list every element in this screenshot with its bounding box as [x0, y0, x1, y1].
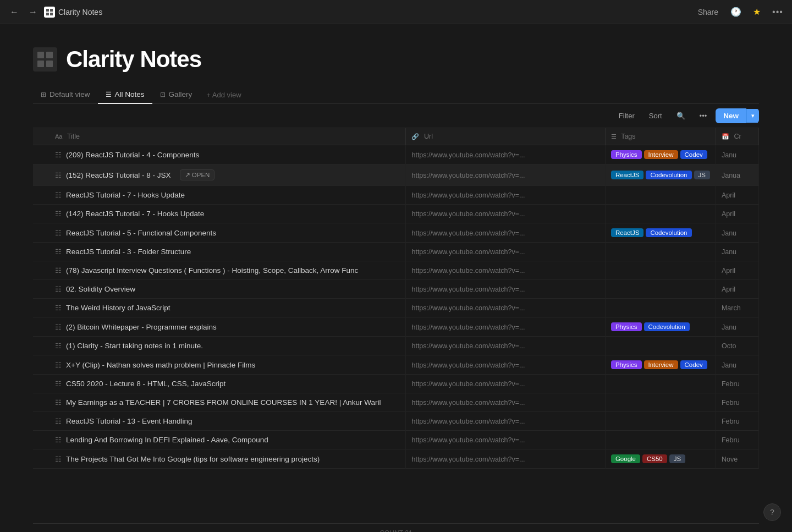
tag-badge[interactable]: Physics [611, 360, 642, 369]
new-button-group: New ▾ [716, 108, 759, 123]
row-title[interactable]: ReactJS Tutorial - 3 - Folder Structure [66, 248, 191, 256]
tag-badge[interactable]: CS50 [642, 454, 667, 463]
history-icon[interactable]: 🕐 [728, 4, 744, 20]
cell-title-content: ☷CS50 2020 - Lecture 8 - HTML, CSS, Java… [55, 380, 400, 388]
row-title[interactable]: (1) Clarity - Start taking notes in 1 mi… [66, 342, 203, 350]
page-icon [33, 47, 57, 72]
row-title[interactable]: ReactJS Tutorial - 7 - Hooks Update [66, 191, 185, 199]
share-button[interactable]: Share [694, 6, 723, 19]
table-footer: COUNT 21 [33, 523, 759, 532]
url-value[interactable]: https://www.youtube.com/watch?v=... [411, 248, 525, 256]
date-value: April [722, 286, 735, 293]
url-value[interactable]: https://www.youtube.com/watch?v=... [411, 304, 525, 312]
table-row: +⠿☷02. Solidity Overviewhttps://www.yout… [33, 280, 759, 299]
url-value[interactable]: https://www.youtube.com/watch?v=... [411, 342, 525, 350]
bookmark-icon[interactable]: ★ [749, 4, 765, 20]
tab-all-notes[interactable]: ☰ All Notes [98, 86, 152, 104]
cell-title-content: ☷(209) ReactJS Tutorial - 4 - Components [55, 151, 400, 159]
row-title[interactable]: The Weird History of JavaScript [66, 304, 170, 312]
tab-gallery[interactable]: ⊡ Gallery [152, 86, 200, 104]
tag-badge[interactable]: ReactJS [611, 228, 644, 237]
row-title[interactable]: (142) ReactJS Tutorial - 7 - Hooks Updat… [66, 210, 204, 218]
search-button[interactable]: 🔍 [671, 109, 691, 123]
all-notes-icon: ☰ [106, 91, 112, 98]
row-title[interactable]: (2) Bitcoin Whitepaper - Programmer expl… [66, 323, 217, 331]
url-value[interactable]: https://www.youtube.com/watch?v=... [411, 210, 525, 218]
filter-button[interactable]: Filter [613, 109, 640, 123]
row-title[interactable]: ReactJS Tutorial - 5 - Functional Compon… [66, 229, 216, 237]
date-value: Febru [722, 399, 740, 407]
url-value[interactable]: https://www.youtube.com/watch?v=... [411, 361, 525, 369]
tab-default-view[interactable]: ⊞ Default view [33, 86, 98, 104]
url-value[interactable]: https://www.youtube.com/watch?v=... [411, 456, 525, 463]
url-cell: https://www.youtube.com/watch?v=... [406, 186, 605, 205]
url-value[interactable]: https://www.youtube.com/watch?v=... [411, 380, 525, 388]
tag-badge[interactable]: Physics [611, 322, 642, 331]
table-wrapper: Aa Title 🔗 Url ☰ Tags 📅 Cr [33, 128, 759, 523]
tag-badge[interactable]: ReactJS [611, 171, 644, 179]
add-view-button[interactable]: + Add view [200, 86, 248, 103]
url-value[interactable]: https://www.youtube.com/watch?v=... [411, 399, 525, 407]
col-url: 🔗 Url [406, 128, 605, 145]
title-col-icon: Aa [55, 133, 62, 140]
tag-badge[interactable]: Codev [680, 150, 707, 159]
cell-title-content: ☷(152) ReactJS Tutorial - 8 - JSX↗ OPEN [55, 169, 400, 180]
date-value: Janu [722, 151, 736, 159]
forward-button[interactable]: → [25, 4, 41, 20]
tag-badge[interactable]: Google [611, 454, 640, 463]
tag-badge[interactable]: Physics [611, 150, 642, 159]
back-button[interactable]: ← [7, 4, 22, 20]
url-value[interactable]: https://www.youtube.com/watch?v=... [411, 191, 525, 199]
open-badge[interactable]: ↗ OPEN [180, 169, 215, 180]
tag-badge[interactable]: Interview [644, 150, 678, 159]
tags-container: PhysicsInterviewCodev [611, 150, 710, 159]
row-title[interactable]: 02. Solidity Overview [66, 285, 135, 293]
tags-cell [605, 337, 716, 355]
more-icon[interactable]: ••• [770, 4, 785, 20]
tag-badge[interactable]: JS [669, 454, 685, 463]
help-button[interactable]: ? [763, 503, 781, 521]
url-value[interactable]: https://www.youtube.com/watch?v=... [411, 172, 525, 179]
tags-cell [605, 186, 716, 205]
row-title[interactable]: My Earnings as a TEACHER | 7 CRORES FROM… [66, 398, 381, 407]
url-value[interactable]: https://www.youtube.com/watch?v=... [411, 229, 525, 237]
row-title[interactable]: ReactJS Tutorial - 13 - Event Handling [66, 417, 193, 425]
cell-title-content: ☷02. Solidity Overview [55, 285, 400, 293]
date-cell: Janu [716, 243, 758, 261]
new-button[interactable]: New [716, 108, 746, 123]
row-title[interactable]: X+Y (Clip) - Nathan solves math problem … [66, 361, 255, 369]
date-cell: Janu [716, 145, 758, 164]
tags-cell [605, 412, 716, 431]
tag-badge[interactable]: Codevolution [646, 171, 691, 179]
url-value[interactable]: https://www.youtube.com/watch?v=... [411, 286, 525, 293]
row-title[interactable]: (152) ReactJS Tutorial - 8 - JSX [66, 171, 171, 179]
svg-rect-5 [46, 52, 53, 58]
tags-cell: PhysicsInterviewCodev [605, 145, 716, 164]
url-value[interactable]: https://www.youtube.com/watch?v=... [411, 436, 525, 444]
url-value[interactable]: https://www.youtube.com/watch?v=... [411, 151, 525, 159]
tags-cell [605, 299, 716, 317]
tag-badge[interactable]: JS [694, 171, 710, 179]
tag-badge[interactable]: Interview [644, 360, 678, 369]
title-cell: +⠿☷ReactJS Tutorial - 13 - Event Handlin… [33, 412, 406, 431]
tag-badge[interactable]: Codevolution [646, 228, 691, 237]
tag-badge[interactable]: Codev [680, 360, 707, 369]
row-title[interactable]: (209) ReactJS Tutorial - 4 - Components [66, 151, 199, 159]
sort-button[interactable]: Sort [644, 109, 668, 123]
tags-cell: ReactJSCodevolutionJS [605, 164, 716, 186]
gallery-icon: ⊡ [160, 91, 166, 98]
row-title[interactable]: CS50 2020 - Lecture 8 - HTML, CSS, JavaS… [66, 380, 226, 388]
url-value[interactable]: https://www.youtube.com/watch?v=... [411, 323, 525, 331]
toolbar-more-button[interactable]: ••• [694, 109, 713, 123]
url-value[interactable]: https://www.youtube.com/watch?v=... [411, 418, 525, 425]
tag-badge[interactable]: Codevolution [644, 322, 690, 331]
title-col-label: Title [67, 133, 80, 140]
row-title[interactable]: The Projects That Got Me Into Google (ti… [66, 455, 320, 463]
row-title[interactable]: Lending And Borrowing In DEFI Explained … [66, 436, 268, 444]
tab-all-notes-label: All Notes [115, 90, 145, 98]
doc-icon: ☷ [55, 380, 62, 388]
new-dropdown-button[interactable]: ▾ [746, 109, 759, 123]
url-value[interactable]: https://www.youtube.com/watch?v=... [411, 267, 525, 275]
row-title[interactable]: (78) Javascript Interview Questions ( Fu… [66, 266, 358, 275]
svg-rect-6 [37, 61, 44, 67]
